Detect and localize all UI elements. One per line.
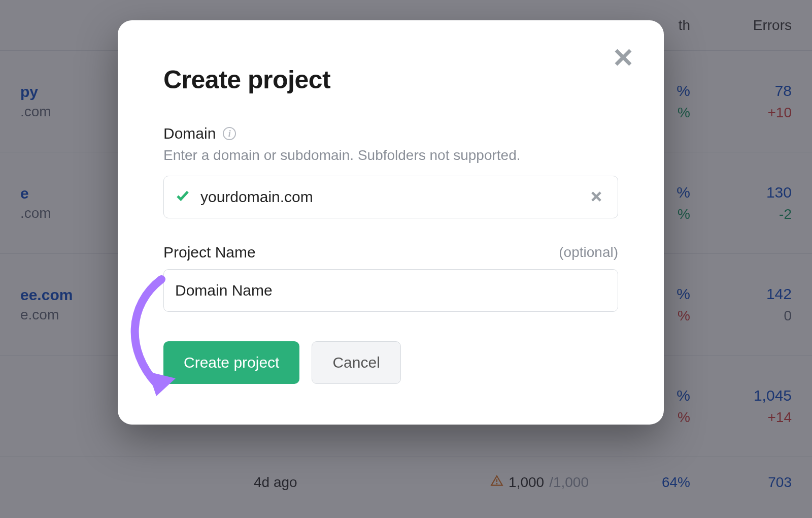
close-icon <box>613 47 634 70</box>
modal-title: Create project <box>163 65 618 94</box>
info-icon[interactable]: i <box>223 127 236 140</box>
project-name-input[interactable] <box>175 282 606 299</box>
clear-icon <box>589 198 603 205</box>
domain-input[interactable] <box>200 188 586 206</box>
domain-input-wrapper <box>163 176 618 218</box>
project-name-optional: (optional) <box>559 244 618 261</box>
modal-buttons: Create project Cancel <box>163 341 618 384</box>
domain-label: Domain <box>163 125 216 142</box>
project-name-input-wrapper <box>163 269 618 312</box>
domain-field: Domain i Enter a domain or subdomain. Su… <box>163 125 618 218</box>
project-name-label: Project Name <box>163 244 256 261</box>
cancel-button[interactable]: Cancel <box>312 341 400 384</box>
check-icon <box>175 188 190 207</box>
project-name-field: Project Name (optional) <box>163 244 618 312</box>
clear-domain-button[interactable] <box>586 186 606 208</box>
create-project-modal: Create project Domain i Enter a domain o… <box>118 20 664 425</box>
close-button[interactable] <box>608 43 638 73</box>
domain-helper: Enter a domain or subdomain. Subfolders … <box>163 147 618 164</box>
create-project-button[interactable]: Create project <box>163 341 299 384</box>
